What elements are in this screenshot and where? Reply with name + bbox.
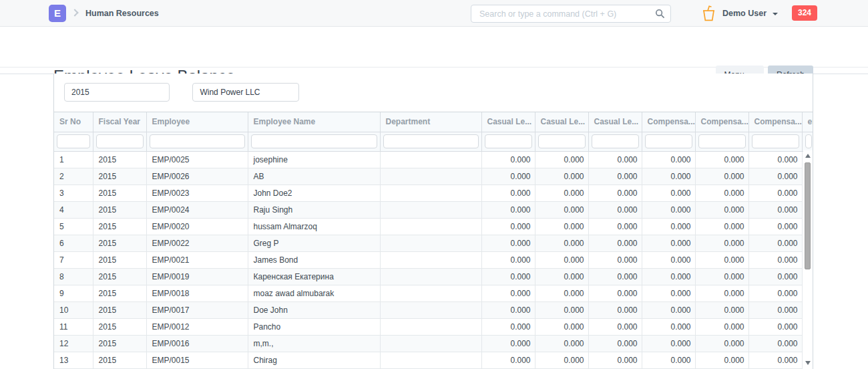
column-filter-input-10[interactable] (752, 134, 799, 148)
filter-cell (588, 132, 642, 151)
table-row: 42015EMP/0024Raju Singh0.0000.0000.0000.… (54, 201, 813, 218)
cell: 2015 (93, 352, 146, 368)
column-header-4[interactable]: Department (380, 112, 481, 132)
cell: EMP/0020 (146, 218, 248, 235)
cell: 9 (54, 285, 93, 301)
cell: 2015 (93, 285, 146, 301)
cell: 0.000 (695, 218, 748, 235)
table-header-row: Sr NoFiscal YearEmployeeEmployee NameDep… (54, 112, 813, 132)
cell: 0.000 (642, 268, 695, 285)
cell: 0.000 (588, 201, 642, 218)
scrollbar-down-icon[interactable] (805, 361, 811, 365)
cell: 0.000 (748, 335, 802, 352)
filter-cell (535, 132, 588, 151)
cell: 2 (54, 168, 93, 184)
drink-cup-icon[interactable] (702, 5, 715, 21)
filter-cell (642, 132, 695, 151)
table-filter-row (54, 132, 813, 151)
column-filter-input-7[interactable] (592, 134, 639, 148)
notification-badge[interactable]: 324 (792, 5, 817, 21)
cell: James Bond (248, 251, 380, 268)
report-filters (54, 74, 813, 112)
column-filter-input-6[interactable] (538, 134, 586, 148)
search-icon[interactable] (655, 9, 665, 19)
column-filter-input-3[interactable] (251, 134, 377, 148)
cell: 2015 (93, 151, 146, 168)
table-row: 52015EMP/0020hussam Almarzoq0.0000.0000.… (54, 218, 813, 235)
breadcrumb[interactable]: Human Resources (85, 9, 159, 18)
cell: 0.000 (535, 352, 588, 368)
column-filter-input-0[interactable] (57, 134, 90, 148)
column-filter-input-8[interactable] (645, 134, 692, 148)
cell: EMP/0015 (146, 352, 248, 368)
cell: 0.000 (748, 168, 802, 184)
cell: 0.000 (642, 301, 695, 318)
cell: 0.000 (642, 335, 695, 352)
filter-cell (748, 132, 802, 151)
column-filter-input-2[interactable] (150, 134, 245, 148)
column-filter-input-1[interactable] (96, 134, 144, 148)
scrollbar-thumb[interactable] (805, 162, 811, 269)
cell (380, 318, 481, 335)
scrollbar-up-icon[interactable] (805, 154, 811, 158)
cell (380, 251, 481, 268)
table-row: 132015EMP/0015Chirag0.0000.0000.0000.000… (54, 352, 813, 368)
column-filter-input-11[interactable] (805, 134, 812, 148)
table-row: 32015EMP/0023John Doe20.0000.0000.0000.0… (54, 184, 813, 201)
column-filter-input-5[interactable] (485, 134, 532, 148)
filter-cell (54, 132, 93, 151)
column-header-11[interactable]: em (802, 112, 813, 132)
cell (380, 301, 481, 318)
cell: 13 (54, 352, 93, 368)
cell: 0.000 (535, 235, 588, 251)
search-input[interactable] (471, 5, 671, 23)
vertical-scrollbar[interactable] (803, 150, 813, 368)
column-header-5[interactable]: Casual Le... (481, 112, 535, 132)
cell: 7 (54, 251, 93, 268)
cell: 0.000 (695, 151, 748, 168)
cell: 0.000 (642, 352, 695, 368)
cell: 2015 (93, 218, 146, 235)
cell: EMP/0018 (146, 285, 248, 301)
column-header-3[interactable]: Employee Name (248, 112, 380, 132)
table-row: 12015EMP/0025josephine0.0000.0000.0000.0… (54, 151, 813, 168)
cell: EMP/0021 (146, 251, 248, 268)
cell: 3 (54, 184, 93, 201)
cell: 0.000 (481, 352, 535, 368)
cell: 0.000 (642, 285, 695, 301)
column-header-0[interactable]: Sr No (54, 112, 93, 132)
column-header-8[interactable]: Compensa... (642, 112, 695, 132)
filter-cell (380, 132, 481, 151)
table-row: 22015EMP/0026AB0.0000.0000.0000.0000.000… (54, 168, 813, 184)
cell: AB (248, 168, 380, 184)
column-header-7[interactable]: Casual Le... (588, 112, 642, 132)
cell: 0.000 (588, 352, 642, 368)
table-row: 122015EMP/0016m,m.,0.0000.0000.0000.0000… (54, 335, 813, 352)
column-header-6[interactable]: Casual Le... (535, 112, 588, 132)
cell: 0.000 (481, 201, 535, 218)
user-menu[interactable]: Demo User (722, 9, 778, 18)
cell: EMP/0024 (146, 201, 248, 218)
cell: EMP/0025 (146, 151, 248, 168)
cell: 0.000 (695, 168, 748, 184)
cell: 0.000 (588, 335, 642, 352)
filter-cell (802, 132, 813, 151)
app-logo[interactable]: E (49, 5, 66, 22)
table-row: 102015EMP/0017Doe John0.0000.0000.0000.0… (54, 301, 813, 318)
table-row: 62015EMP/0022Greg P0.0000.0000.0000.0000… (54, 235, 813, 251)
cell: 0.000 (588, 235, 642, 251)
column-header-2[interactable]: Employee (146, 112, 248, 132)
cell: 0.000 (588, 285, 642, 301)
filter-cell (481, 132, 535, 151)
column-filter-input-4[interactable] (383, 134, 479, 148)
cell: 0.000 (748, 201, 802, 218)
company-filter-input[interactable] (192, 83, 299, 102)
column-filter-input-9[interactable] (698, 134, 746, 148)
column-header-9[interactable]: Compensa... (695, 112, 748, 132)
column-header-1[interactable]: Fiscal Year (93, 112, 146, 132)
cell: 0.000 (642, 168, 695, 184)
column-header-10[interactable]: Compensa... (748, 112, 802, 132)
cell: 0.000 (748, 184, 802, 201)
fiscal-year-filter-input[interactable] (64, 83, 170, 102)
cell: josephine (248, 151, 380, 168)
